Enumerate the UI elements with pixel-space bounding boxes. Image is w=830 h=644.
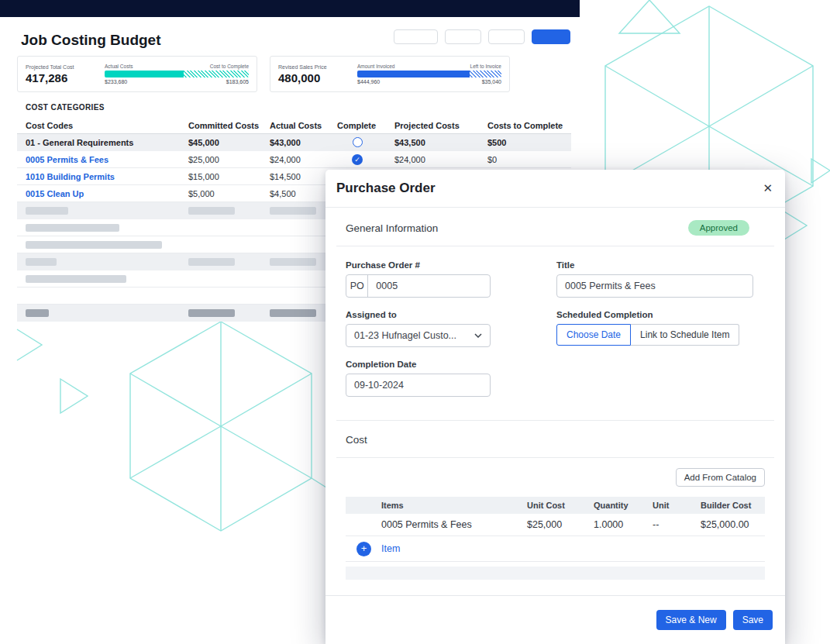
header-action-button-1[interactable] <box>394 29 438 44</box>
add-item-row[interactable]: + Item <box>346 536 765 562</box>
invoice-progress-hatch <box>470 71 501 77</box>
budget-progress-fill <box>105 71 184 77</box>
save-and-new-button[interactable]: Save & New <box>656 610 726 630</box>
title-value[interactable] <box>565 281 745 291</box>
committed-cell: $45,000 <box>180 134 261 150</box>
table-header-row: Cost Codes Committed Costs Actual Costs … <box>17 117 571 134</box>
link-to-schedule-item-button[interactable]: Link to Schedule Item <box>631 324 739 346</box>
budget-progress-bar <box>105 71 249 77</box>
invoice-progress-bar <box>357 71 501 77</box>
completion-date-value[interactable] <box>354 380 482 391</box>
title-input[interactable] <box>556 274 753 298</box>
complete-check-icon[interactable]: ✓ <box>352 154 363 165</box>
cost-to-complete-value: $183,605 <box>226 79 249 84</box>
close-icon[interactable]: ✕ <box>763 181 773 195</box>
cost-section-heading: Cost <box>346 434 367 446</box>
add-item-link[interactable]: Item <box>381 543 400 554</box>
header-action-button-2[interactable] <box>445 29 481 44</box>
modal-header: Purchase Order ✕ <box>325 170 785 208</box>
top-nav-bar <box>0 0 580 17</box>
actual-cell: $24,000 <box>261 151 329 167</box>
header-builder-cost: Builder Cost <box>701 501 765 510</box>
header-actions <box>394 29 570 44</box>
add-item-plus-icon[interactable]: + <box>356 542 371 556</box>
assigned-to-label: Assigned to <box>346 310 491 319</box>
general-information-heading: General Information <box>346 222 438 234</box>
cost-section: Add From Catalog Items Unit Cost Quantit… <box>336 458 774 580</box>
scheduled-completion-label: Scheduled Completion <box>556 310 739 319</box>
modal-footer: Save & New Save <box>325 595 785 644</box>
cost-code-link[interactable]: 1010 Building Permits <box>26 172 115 181</box>
save-button[interactable]: Save <box>733 610 773 630</box>
completion-date-input[interactable] <box>346 374 491 397</box>
table-row[interactable]: 01 - General Requirements $45,000 $43,00… <box>17 134 571 151</box>
committed-cell: $25,000 <box>180 151 261 167</box>
actual-cell: $43,000 <box>261 134 329 150</box>
committed-cell: $15,000 <box>180 168 261 184</box>
purchase-order-modal: Purchase Order ✕ General Information App… <box>325 170 785 644</box>
title-label: Title <box>556 260 753 270</box>
chevron-down-icon <box>474 333 482 338</box>
actual-cell: $14,500 <box>261 168 329 184</box>
builder-cost-cell: $25,000.00 <box>701 519 765 530</box>
projected-cell: $43,500 <box>386 134 479 150</box>
projected-total-cost-label: Projected Total Cost <box>26 64 105 70</box>
header-costs-to-complete: Costs to Complete <box>479 117 571 133</box>
header-quantity: Quantity <box>594 501 653 510</box>
projected-total-cost-value: 417,286 <box>26 71 105 84</box>
complete-toggle-icon[interactable] <box>353 137 363 147</box>
header-committed-costs: Committed Costs <box>180 117 261 133</box>
quantity-cell: 1.0000 <box>594 519 653 530</box>
cost-code-link[interactable]: 0005 Permits & Fees <box>26 155 108 164</box>
header-projected-costs: Projected Costs <box>386 117 479 133</box>
to-complete-cell: $500 <box>479 134 571 150</box>
general-information-form: Purchase Order # PO Title Assigned to <box>336 246 774 421</box>
item-name-cell: 0005 Permits & Fees <box>381 519 527 530</box>
choose-date-button[interactable]: Choose Date <box>556 324 631 346</box>
cost-to-complete-label: Cost to Complete <box>210 64 249 69</box>
header-unit: Unit <box>653 501 701 510</box>
summary-cards: Projected Total Cost 417,286 Actual Cost… <box>17 56 510 92</box>
budget-progress-hatch <box>184 71 249 77</box>
header-complete: Complete <box>329 117 386 133</box>
unit-cell: -- <box>653 519 701 530</box>
invoice-summary-card: Revised Sales Price 480,000 Amount Invoi… <box>270 56 510 92</box>
page-title: Job Costing Budget <box>21 32 160 49</box>
cost-categories-heading: COST CATEGORIES <box>26 103 105 112</box>
unit-cost-cell: $25,000 <box>527 519 594 530</box>
committed-cell: $5,000 <box>180 185 261 201</box>
cost-code-cell: 01 - General Requirements <box>17 134 180 150</box>
header-primary-button[interactable] <box>532 29 570 44</box>
cost-code-link[interactable]: 0015 Clean Up <box>26 189 84 198</box>
header-unit-cost: Unit Cost <box>527 501 594 510</box>
cost-item-row[interactable]: 0005 Permits & Fees $25,000 1.0000 -- $2… <box>346 514 765 536</box>
po-number-label: Purchase Order # <box>346 260 491 270</box>
modal-title: Purchase Order <box>336 181 436 196</box>
assigned-to-select[interactable]: 01-23 Hufnagel Custo... <box>346 324 491 347</box>
amount-invoiced-value: $444,960 <box>357 79 380 84</box>
completion-date-label: Completion Date <box>346 360 491 369</box>
left-to-invoice-value: $35,040 <box>482 79 501 84</box>
po-number-input[interactable]: PO <box>346 274 491 298</box>
invoice-progress-fill <box>357 71 470 77</box>
projected-cell: $24,000 <box>386 151 479 167</box>
revised-sales-price-value: 480,000 <box>278 71 357 84</box>
header-actual-costs: Actual Costs <box>261 117 329 133</box>
header-cost-codes: Cost Codes <box>17 117 180 133</box>
status-badge: Approved <box>688 220 749 236</box>
actual-costs-label: Actual Costs <box>105 64 133 69</box>
table-row[interactable]: 0005 Permits & Fees $25,000 $24,000 ✓ $2… <box>17 151 571 168</box>
actual-cell: $4,500 <box>261 185 329 201</box>
to-complete-cell: $0 <box>479 151 571 167</box>
modal-body: General Information Approved Purchase Or… <box>325 208 785 595</box>
add-from-catalog-button[interactable]: Add From Catalog <box>676 468 765 487</box>
left-to-invoice-label: Left to Invoice <box>470 64 501 69</box>
revised-sales-price-label: Revised Sales Price <box>278 64 357 70</box>
header-items: Items <box>381 501 527 510</box>
header-action-button-3[interactable] <box>488 29 525 44</box>
po-number-value[interactable] <box>368 281 490 291</box>
cost-items-table: Items Unit Cost Quantity Unit Builder Co… <box>346 497 765 580</box>
assigned-to-value: 01-23 Hufnagel Custo... <box>354 330 456 341</box>
cost-table-footer-strip <box>346 567 765 580</box>
budget-summary-card: Projected Total Cost 417,286 Actual Cost… <box>17 56 257 92</box>
